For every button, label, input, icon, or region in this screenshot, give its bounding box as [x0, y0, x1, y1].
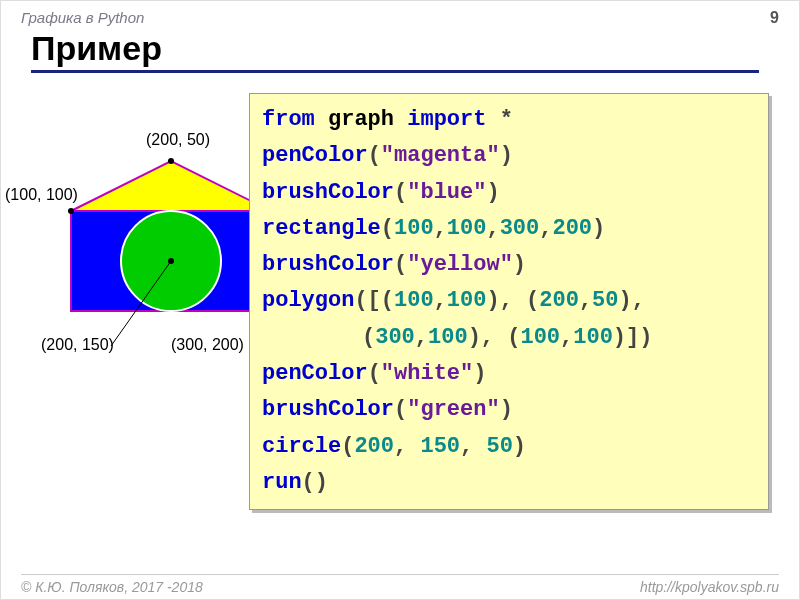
code-line: brushColor("green"): [262, 392, 756, 428]
code-line: (300,100), (100,100)]): [262, 320, 756, 356]
code-line: penColor("magenta"): [262, 138, 756, 174]
label-left: (100, 100): [5, 186, 78, 204]
svg-point-4: [68, 208, 74, 214]
code-block: from graph import * penColor("magenta") …: [249, 93, 769, 510]
code-line: penColor("white"): [262, 356, 756, 392]
footer-right: http://kpolyakov.spb.ru: [640, 579, 779, 595]
code-line: brushColor("blue"): [262, 175, 756, 211]
label-top: (200, 50): [146, 131, 210, 149]
slide: Графика в Python 9 Пример (200, 50) (100…: [0, 0, 800, 600]
code-line: polygon([(100,100), (200,50),: [262, 283, 756, 319]
header-topic: Графика в Python: [21, 9, 144, 26]
label-center: (200, 150): [41, 336, 114, 354]
page-number: 9: [770, 9, 779, 27]
slide-title: Пример: [31, 29, 759, 73]
header-strip: Графика в Python 9: [21, 9, 779, 27]
footer-left: © К.Ю. Поляков, 2017 -2018: [21, 579, 203, 595]
svg-point-3: [168, 158, 174, 164]
label-br: (300, 200): [171, 336, 244, 354]
svg-marker-0: [71, 161, 271, 211]
figure: (200, 50) (100, 100) (200, 150) (300, 20…: [21, 131, 281, 391]
code-line: run(): [262, 465, 756, 501]
code-line: brushColor("yellow"): [262, 247, 756, 283]
code-line: from graph import *: [262, 102, 756, 138]
code-line: circle(200, 150, 50): [262, 429, 756, 465]
footer: © К.Ю. Поляков, 2017 -2018 http://kpolya…: [21, 574, 779, 595]
code-line: rectangle(100,100,300,200): [262, 211, 756, 247]
